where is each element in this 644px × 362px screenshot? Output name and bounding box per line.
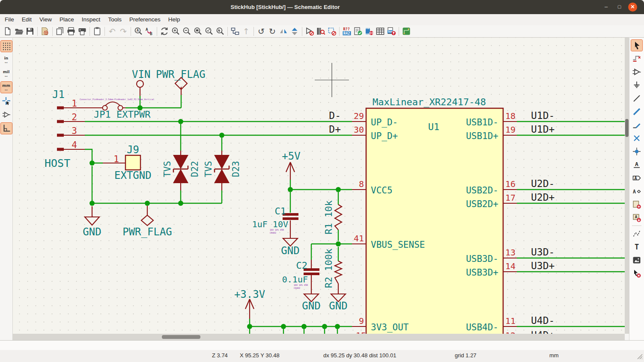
assign-footprints-button[interactable] (364, 26, 375, 37)
rotate-ccw-button[interactable]: ↺ (256, 26, 267, 37)
symbol-fields-table-button[interactable] (375, 26, 386, 37)
toggle-grid-button[interactable] (1, 41, 12, 52)
mirror-vertical-button[interactable] (289, 26, 300, 37)
j1-reference[interactable]: J1 (52, 89, 65, 101)
u1-chip-body[interactable] (366, 108, 503, 334)
zoom-out-button[interactable] (181, 26, 192, 37)
net-label-tool-button[interactable]: A (631, 159, 642, 170)
pwr-flag-top-label[interactable]: PWR_FLAG (156, 68, 206, 80)
vertical-scrollbar-thumb[interactable] (625, 119, 629, 137)
net-label-dp[interactable]: D+ (329, 124, 341, 135)
resize-grip[interactable] (636, 353, 643, 359)
horizontal-scrollbar[interactable] (13, 334, 625, 340)
hierarchical-label-tool-button[interactable]: A (631, 186, 642, 197)
host-label[interactable]: HOST (45, 157, 70, 169)
show-hidden-pins-button[interactable] (1, 109, 12, 120)
rotate-cw-button[interactable]: ↻ (267, 26, 278, 37)
bus-tool-button[interactable] (631, 106, 642, 117)
find-button[interactable]: A (133, 26, 144, 37)
page-settings-button[interactable] (54, 26, 66, 37)
new-schematic-button[interactable] (2, 26, 13, 37)
plot-button[interactable] (77, 26, 88, 37)
d23-value[interactable]: TVS (203, 161, 214, 177)
units-mils-button[interactable]: mil↔ (1, 68, 12, 79)
pwr-flag-bottom-label[interactable]: PWR_FLAG (122, 226, 172, 238)
net-label-u3dm[interactable]: U3D- (531, 246, 555, 258)
d22-value[interactable]: TVS (162, 161, 173, 177)
hv-lines-only-button[interactable] (1, 123, 12, 134)
cursor-shape-button[interactable] (1, 95, 12, 107)
find-replace-button[interactable]: AB (144, 26, 155, 37)
net-label-u2dm[interactable]: U2D- (531, 178, 555, 189)
hierarchical-sheet-tool-button[interactable] (631, 199, 642, 210)
zoom-fit-button[interactable] (192, 26, 203, 37)
print-button[interactable] (66, 26, 77, 37)
net-label-u3dp[interactable]: U3D+ (531, 260, 555, 271)
menu-help[interactable]: Help (164, 14, 184, 25)
menu-view[interactable]: View (36, 14, 56, 25)
net-label-u2dp[interactable]: U2D+ (531, 192, 555, 203)
units-inches-button[interactable]: in↔ (1, 54, 12, 65)
schematic-setup-button[interactable] (39, 26, 51, 37)
vertical-scrollbar[interactable] (625, 38, 629, 334)
net-label-u4dm[interactable]: U4D- (531, 315, 555, 326)
d23-tvs-diode[interactable] (214, 155, 230, 183)
edit-symbols-button[interactable] (304, 26, 315, 37)
image-tool-button[interactable] (631, 255, 642, 266)
browse-symbol-libraries-button[interactable] (315, 26, 326, 37)
menu-file[interactable]: File (1, 14, 18, 25)
place-symbol-tool-button[interactable] (631, 66, 642, 77)
title-bar[interactable]: StickHub [StickHub/] — Schematic Editor … (0, 0, 644, 14)
hierarchy-navigator-button[interactable] (230, 26, 241, 37)
mirror-horizontal-button[interactable] (278, 26, 289, 37)
menu-inspect[interactable]: Inspect (78, 14, 104, 25)
net-label-u4dp[interactable]: U4D+ (531, 329, 555, 334)
gnd-label-3[interactable]: GND (302, 300, 320, 312)
net-label-u1dm[interactable]: U1D- (531, 110, 555, 121)
highlight-net-tool-button[interactable] (631, 53, 642, 64)
r2-resistor[interactable] (335, 261, 342, 284)
menu-preferences[interactable]: Preferences (125, 14, 164, 25)
schematic-canvas[interactable]: J1 VIN PWR_FLAG JP1 EXTPWR Connector_Pin… (13, 38, 626, 334)
p3v3-label[interactable]: +3.3V (234, 288, 265, 300)
c2-value[interactable]: 0.1uF (282, 274, 308, 285)
draw-lines-tool-button[interactable] (631, 228, 642, 239)
vin-label[interactable]: VIN (132, 68, 150, 80)
annotate-button[interactable]: R??R42 (341, 26, 352, 37)
no-connect-tool-button[interactable] (631, 133, 642, 144)
j9-reference[interactable]: J9 (127, 144, 139, 156)
junction-tool-button[interactable] (631, 146, 642, 157)
net-label-dm[interactable]: D- (329, 110, 341, 121)
d22-tvs-diode[interactable] (173, 155, 188, 183)
close-button[interactable]: ✕ (628, 3, 637, 12)
j9-connector-body[interactable] (125, 155, 140, 170)
text-tool-button[interactable]: T (631, 241, 642, 252)
open-schematic-button[interactable] (13, 26, 24, 37)
zoom-to-selection-button[interactable] (215, 26, 226, 37)
gnd-label-2[interactable]: GND (281, 245, 299, 257)
maximize-button[interactable]: ▢ (615, 3, 624, 12)
paste-button[interactable] (92, 26, 103, 37)
undo-button[interactable]: ↶ (107, 26, 118, 37)
d23-reference[interactable]: D23 (231, 161, 241, 177)
horizontal-scrollbar-thumb[interactable] (162, 335, 200, 339)
r1-resistor[interactable] (335, 205, 342, 230)
u1-value[interactable]: MaxLinear_XR22417-48 (373, 97, 486, 107)
pwr-flag-bottom-symbol[interactable] (141, 215, 153, 226)
erc-button[interactable] (352, 26, 364, 37)
open-pcb-editor-button[interactable] (401, 26, 412, 37)
u1-reference[interactable]: U1 (428, 122, 440, 132)
edit-footprints-button[interactable] (326, 26, 337, 37)
menu-place[interactable]: Place (56, 14, 78, 25)
import-sheet-pin-tool-button[interactable]: A (631, 212, 642, 223)
r1-label[interactable]: R1 10k (323, 200, 334, 234)
c2-reference[interactable]: C2 (296, 260, 308, 271)
delete-tool-button[interactable] (631, 268, 642, 279)
c1-reference[interactable]: C1 (275, 206, 286, 217)
place-power-port-tool-button[interactable] (631, 80, 642, 91)
extgnd-label[interactable]: EXTGND (114, 169, 152, 181)
c1-value[interactable]: 1uF 10V (252, 219, 288, 229)
minimize-button[interactable]: – (602, 3, 611, 12)
wire-junctions[interactable] (89, 105, 341, 329)
leave-sheet-button[interactable]: ↑ (241, 26, 252, 37)
